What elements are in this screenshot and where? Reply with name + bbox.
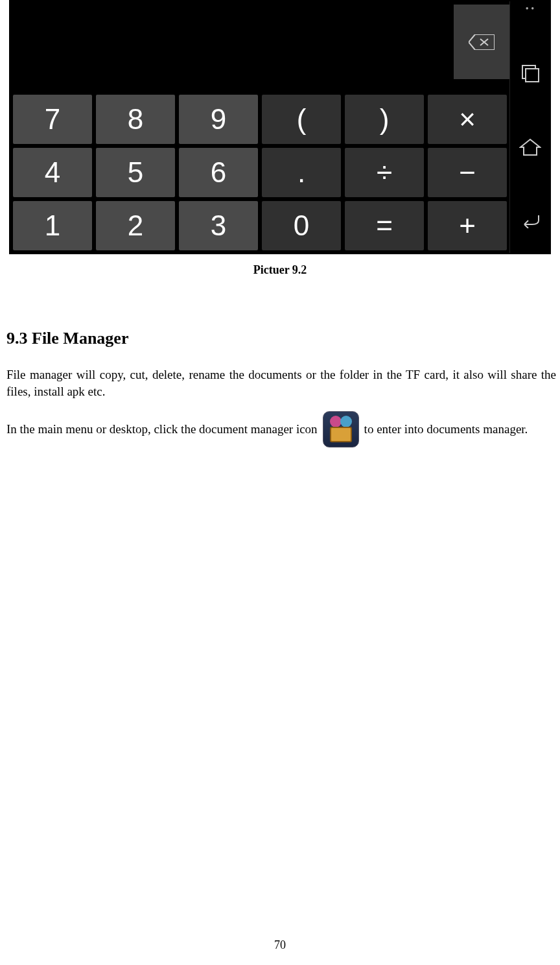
nav-dots-icon: • • [526, 5, 534, 13]
key-6[interactable]: 6 [179, 148, 258, 197]
paragraph-1: File manager will copy, cut, delete, ren… [6, 366, 556, 399]
calculator-main: 7 8 9 ( ) × 4 5 6 . ÷ − 1 2 3 0 = + [10, 1, 509, 253]
key-close-paren[interactable]: ) [345, 95, 424, 144]
file-manager-icon [323, 411, 359, 447]
recent-apps-button[interactable] [517, 60, 543, 86]
android-navbar: • • [509, 1, 550, 253]
home-button[interactable] [517, 134, 543, 160]
key-3[interactable]: 3 [179, 201, 258, 250]
key-multiply[interactable]: × [428, 95, 507, 144]
calculator-screenshot: 7 8 9 ( ) × 4 5 6 . ÷ − 1 2 3 0 = + • • [9, 0, 551, 254]
key-5[interactable]: 5 [96, 148, 175, 197]
svg-rect-3 [526, 69, 539, 82]
paragraph-2-after: to enter into documents manager. [364, 420, 528, 439]
paragraph-2-before: In the main menu or desktop, click the d… [6, 420, 318, 439]
key-7[interactable]: 7 [13, 95, 92, 144]
calculator-keypad: 7 8 9 ( ) × 4 5 6 . ÷ − 1 2 3 0 = + [10, 92, 509, 253]
figure-caption: Pictuer 9.2 [4, 263, 556, 277]
calculator-display [10, 1, 509, 92]
key-0[interactable]: 0 [262, 201, 341, 250]
key-divide[interactable]: ÷ [345, 148, 424, 197]
key-open-paren[interactable]: ( [262, 95, 341, 144]
key-plus[interactable]: + [428, 201, 507, 250]
key-1[interactable]: 1 [13, 201, 92, 250]
key-4[interactable]: 4 [13, 148, 92, 197]
paragraph-2: In the main menu or desktop, click the d… [6, 411, 556, 447]
key-9[interactable]: 9 [179, 95, 258, 144]
backspace-button[interactable] [454, 5, 509, 79]
page-number: 70 [0, 938, 560, 952]
backspace-icon [469, 34, 495, 50]
back-button[interactable] [517, 208, 543, 233]
key-2[interactable]: 2 [96, 201, 175, 250]
key-dot[interactable]: . [262, 148, 341, 197]
section-heading: 9.3 File Manager [6, 329, 556, 348]
key-minus[interactable]: − [428, 148, 507, 197]
key-equals[interactable]: = [345, 201, 424, 250]
key-8[interactable]: 8 [96, 95, 175, 144]
